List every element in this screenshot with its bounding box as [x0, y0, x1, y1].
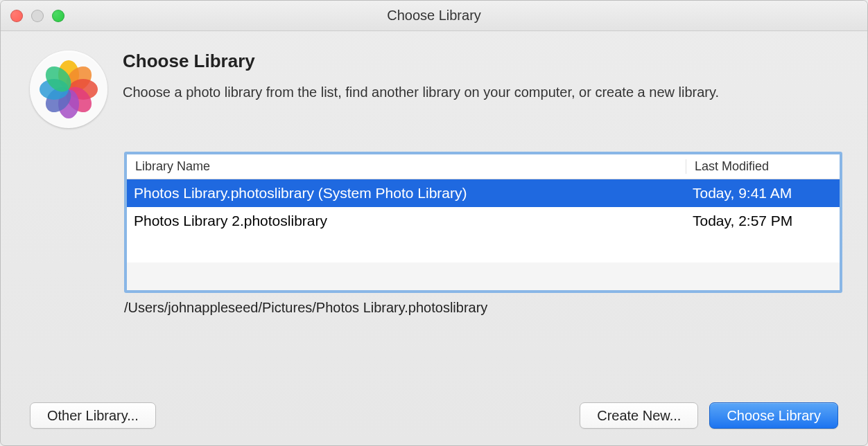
other-library-button[interactable]: Other Library... — [30, 402, 156, 429]
table-row[interactable]: Photos Library.photoslibrary (System Pho… — [127, 179, 840, 207]
table-row-empty — [127, 262, 840, 290]
titlebar: Choose Library — [1, 1, 867, 31]
traffic-lights — [10, 10, 64, 22]
table-row[interactable]: Photos Library 2.photoslibrary Today, 2:… — [127, 207, 840, 235]
window-title: Choose Library — [387, 8, 481, 24]
table-row-empty — [127, 235, 840, 262]
button-row: Other Library... Create New... Choose Li… — [30, 402, 838, 429]
header-row: Choose Library Choose a photo library fr… — [30, 51, 838, 128]
cell-name: Photos Library.photoslibrary (System Pho… — [127, 185, 686, 202]
choose-library-window: Choose Library Choose Library Choose a p… — [0, 0, 868, 446]
cell-modified: Today, 9:41 AM — [686, 185, 840, 202]
dialog-heading: Choose Library — [123, 51, 719, 72]
dialog-description: Choose a photo library from the list, fi… — [123, 84, 719, 100]
choose-library-button[interactable]: Choose Library — [709, 402, 838, 429]
library-table[interactable]: Library Name Last Modified Photos Librar… — [124, 152, 842, 293]
zoom-window-button[interactable] — [52, 10, 64, 22]
photos-app-icon — [30, 51, 107, 128]
column-header-name[interactable]: Library Name — [127, 159, 686, 174]
content-area: Choose Library Choose a photo library fr… — [1, 31, 867, 332]
selected-library-path: /Users/johnappleseed/Pictures/Photos Lib… — [124, 300, 838, 316]
create-new-button[interactable]: Create New... — [580, 402, 698, 429]
minimize-window-button — [31, 10, 44, 22]
table-header-row: Library Name Last Modified — [127, 154, 840, 179]
close-window-button[interactable] — [10, 10, 23, 22]
cell-name: Photos Library 2.photoslibrary — [127, 213, 686, 229]
column-header-modified[interactable]: Last Modified — [686, 159, 840, 174]
cell-modified: Today, 2:57 PM — [686, 213, 840, 229]
heading-block: Choose Library Choose a photo library fr… — [123, 51, 719, 100]
